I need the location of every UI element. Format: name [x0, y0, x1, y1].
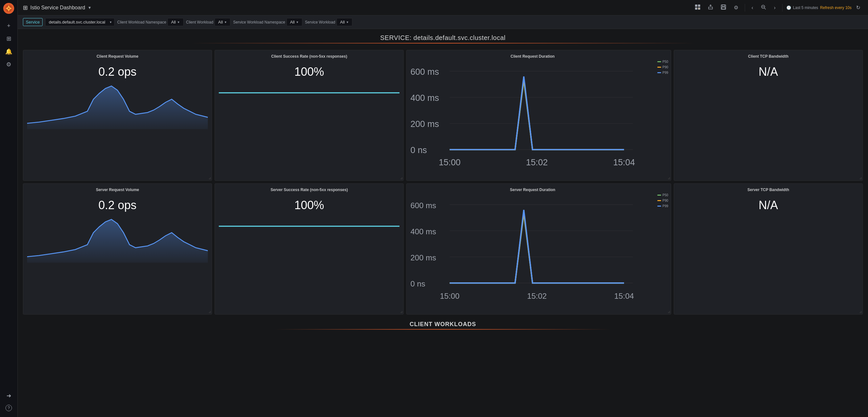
nav-forward-button[interactable]: ›: [771, 4, 778, 12]
panel-title-server-tcp: Server TCP Bandwidth: [678, 187, 859, 192]
panel-value-client-success: 100%: [219, 65, 400, 79]
nav-back-button[interactable]: ‹: [749, 4, 756, 12]
filterbar: Service details.default.svc.cluster.loca…: [18, 15, 868, 29]
client-workloads-title: CLIENT WORKLOADS: [23, 321, 863, 328]
sidebar-item-dashboards[interactable]: ⊞: [3, 33, 14, 44]
svg-text:15:00: 15:00: [440, 292, 460, 300]
service-workload-ns-label: Service Workload Namespace: [233, 20, 285, 25]
p99-color: [657, 72, 661, 73]
resize-handle[interactable]: ⊿: [859, 310, 862, 314]
service-select[interactable]: details.default.svc.cluster.local: [45, 18, 115, 26]
svg-text:15:02: 15:02: [527, 292, 547, 300]
settings-button[interactable]: ⚙: [731, 3, 741, 12]
service-workload-value: All: [340, 20, 345, 25]
svg-text:200 ms: 200 ms: [410, 253, 436, 262]
resize-handle[interactable]: ⊿: [668, 176, 670, 180]
content-area: SERVICE: details.default.svc.cluster.loc…: [18, 29, 868, 417]
service-workload-button[interactable]: All ▼: [337, 18, 352, 26]
server-success-svg: [219, 217, 400, 235]
title-chevron-icon: ▼: [88, 5, 92, 10]
topbar-actions: +: [692, 3, 863, 12]
client-workload-value: All: [218, 20, 223, 25]
resize-handle[interactable]: ⊿: [859, 176, 862, 180]
resize-handle[interactable]: ⊿: [400, 176, 403, 180]
service-select-wrapper: details.default.svc.cluster.local: [45, 18, 115, 26]
svg-text:15:00: 15:00: [439, 158, 461, 167]
save-button[interactable]: [718, 3, 728, 12]
client-workload-group: Client Workload All ▼: [186, 18, 231, 26]
add-panel-button[interactable]: +: [692, 3, 703, 12]
share-icon: [708, 4, 713, 11]
bell-icon: 🔔: [5, 48, 12, 55]
client-workload-button[interactable]: All ▼: [215, 18, 230, 26]
service-filter-label: Service: [23, 18, 42, 26]
resize-handle[interactable]: ⊿: [668, 310, 670, 314]
svg-text:600 ms: 600 ms: [410, 67, 439, 77]
panel-value-server-req-vol: 0.2 ops: [27, 199, 208, 212]
settings-icon: ⚙: [734, 4, 738, 11]
server-p50-label: P50: [662, 193, 668, 197]
p90-color: [657, 67, 661, 68]
resize-handle[interactable]: ⊿: [209, 176, 211, 180]
svg-text:+: +: [698, 7, 700, 10]
grid-icon: ⊞: [23, 4, 28, 11]
sidebar-item-settings[interactable]: ⚙: [3, 59, 14, 70]
server-p99-label: P99: [662, 204, 668, 208]
time-info: 🕐 Last 5 minutes Refresh every 10s ↻: [786, 3, 863, 12]
legend-p99: P99: [657, 71, 668, 74]
service-workload-ns-value: All: [290, 20, 294, 25]
chevron-down-icon: ▼: [177, 21, 180, 24]
success-rate-svg: [219, 84, 400, 102]
server-request-duration-panel: Server Request Duration 600 ms 400 ms 20…: [406, 183, 671, 314]
server-success-rate-panel: Server Success Rate (non-5xx responses) …: [215, 183, 404, 314]
resize-handle[interactable]: ⊿: [209, 310, 211, 314]
zoom-out-button[interactable]: [758, 3, 769, 12]
svg-rect-7: [698, 4, 700, 7]
refresh-button[interactable]: ↻: [854, 3, 863, 12]
server-duration-svg: 600 ms 400 ms 200 ms 0 ns 15:00 15:02 15…: [410, 196, 655, 309]
sidebar-item-help[interactable]: ?: [3, 402, 14, 414]
server-request-volume-panel: Server Request Volume 0.2 ops: [23, 183, 212, 314]
sidebar-item-alerts[interactable]: 🔔: [3, 46, 14, 57]
svg-text:400 ms: 400 ms: [410, 227, 436, 236]
svg-text:15:04: 15:04: [613, 158, 635, 167]
title-text: Istio Service Dashboard: [30, 5, 85, 11]
p99-label: P99: [662, 71, 668, 74]
sparkline-svg: [27, 81, 208, 129]
panel-title-server-duration: Server Request Duration: [410, 187, 655, 192]
p90-label: P90: [662, 65, 668, 69]
panel-value-client-req-vol: 0.2 ops: [27, 65, 208, 79]
refresh-label: Refresh every 10s: [820, 5, 851, 10]
svg-rect-12: [722, 5, 725, 6]
client-workload-ns-button[interactable]: All ▼: [167, 18, 183, 26]
p50-color: [657, 61, 661, 62]
service-workload-ns-button[interactable]: All ▼: [286, 18, 302, 26]
chart-legend: P50 P90 P99: [657, 60, 668, 74]
panel-title-server-success: Server Success Rate (non-5xx responses): [219, 187, 400, 192]
server-chart-legend: P50 P90 P99: [657, 193, 668, 208]
service-workload-ns-group: Service Workload Namespace All ▼: [233, 18, 302, 26]
panels-row-1: Client Request Volume 0.2 ops: [23, 50, 863, 181]
server-p50-color: [657, 195, 661, 196]
dashboards-icon: ⊞: [6, 35, 11, 42]
server-p90-label: P90: [662, 199, 668, 202]
gear-icon: ⚙: [6, 61, 11, 68]
svg-text:15:04: 15:04: [614, 292, 634, 300]
topbar-divider: [745, 4, 745, 11]
server-p99-color: [657, 206, 661, 207]
panel-value-server-success: 100%: [219, 199, 400, 212]
svg-text:0 ns: 0 ns: [410, 279, 425, 288]
app-logo[interactable]: [3, 3, 14, 14]
sidebar-item-signin[interactable]: ➜: [3, 390, 14, 402]
client-tcp-bandwidth-panel: Client TCP Bandwidth N/A ⊿: [674, 50, 863, 181]
client-workload-ns-label: Client Workload Namespace: [117, 20, 166, 25]
share-button[interactable]: [705, 3, 716, 12]
svg-text:0 ns: 0 ns: [410, 145, 427, 155]
sparkline-client-req-vol: [27, 81, 208, 130]
signin-icon: ➜: [6, 392, 11, 399]
resize-handle[interactable]: ⊿: [400, 310, 403, 314]
client-success-rate-panel: Client Success Rate (non-5xx responses) …: [215, 50, 404, 181]
panel-value-client-tcp: N/A: [678, 65, 859, 79]
sidebar-item-add[interactable]: +: [3, 20, 14, 32]
client-workload-ns-value: All: [171, 20, 176, 25]
